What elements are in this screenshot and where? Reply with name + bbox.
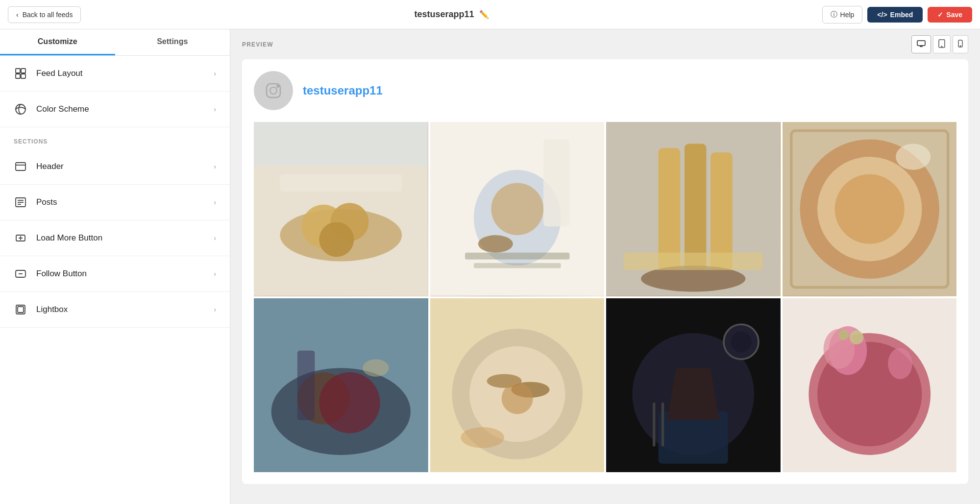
chevron-icon: › bbox=[214, 70, 216, 77]
profile-name: testuserapp11 bbox=[303, 84, 383, 97]
svg-rect-3 bbox=[21, 74, 25, 78]
svg-point-26 bbox=[270, 87, 277, 94]
chevron-icon: › bbox=[214, 234, 216, 242]
sidebar-item-load-more[interactable]: Load More Button › bbox=[0, 220, 230, 256]
save-label: Save bbox=[946, 11, 962, 19]
back-button[interactable]: ‹ Back to all feeds bbox=[8, 6, 81, 23]
preview-area: PREVIEW bbox=[230, 29, 980, 504]
feed-container: testuserapp11 bbox=[242, 59, 968, 484]
photo-cell-4[interactable] bbox=[783, 122, 957, 296]
svg-point-52 bbox=[896, 144, 931, 169]
svg-point-4 bbox=[16, 104, 25, 114]
tablet-icon bbox=[938, 39, 945, 48]
svg-rect-5 bbox=[16, 163, 25, 170]
svg-point-39 bbox=[478, 235, 513, 253]
tab-customize[interactable]: Customize bbox=[0, 29, 115, 55]
main-layout: Customize Settings F bbox=[0, 29, 980, 504]
svg-point-24 bbox=[960, 46, 960, 46]
photo-cell-6[interactable] bbox=[430, 298, 605, 473]
sidebar-item-follow-button[interactable]: Follow Button › bbox=[0, 256, 230, 292]
help-icon: ⓘ bbox=[831, 10, 837, 19]
profile-avatar bbox=[254, 71, 293, 110]
svg-rect-40 bbox=[465, 253, 569, 260]
follow-button-label: Follow Button bbox=[36, 269, 87, 279]
photo-grid bbox=[254, 122, 956, 472]
svg-point-32 bbox=[319, 222, 354, 257]
profile-header: testuserapp11 bbox=[254, 71, 956, 110]
embed-button[interactable]: </> Embed bbox=[867, 7, 923, 23]
svg-point-51 bbox=[834, 174, 904, 244]
tab-bar: Customize Settings bbox=[0, 29, 230, 56]
sidebar-item-color-scheme[interactable]: Color Scheme › bbox=[0, 92, 230, 127]
svg-rect-43 bbox=[659, 148, 680, 270]
svg-point-66 bbox=[461, 427, 504, 448]
photo-cell-5[interactable] bbox=[254, 298, 428, 473]
code-icon: </> bbox=[877, 11, 887, 19]
photo-cell-7[interactable] bbox=[606, 298, 781, 473]
svg-rect-17 bbox=[18, 307, 24, 312]
save-button[interactable]: ✓ Save bbox=[928, 7, 972, 23]
chevron-icon: › bbox=[214, 270, 216, 278]
photo-cell-8[interactable] bbox=[783, 298, 957, 473]
help-button[interactable]: ⓘ Help bbox=[822, 6, 863, 24]
svg-rect-37 bbox=[543, 140, 569, 227]
svg-rect-0 bbox=[16, 69, 20, 73]
posts-label: Posts bbox=[36, 197, 57, 207]
sidebar-item-feed-layout[interactable]: Feed Layout › bbox=[0, 56, 230, 92]
svg-point-27 bbox=[277, 85, 279, 87]
svg-point-22 bbox=[941, 46, 942, 47]
tab-settings[interactable]: Settings bbox=[115, 29, 230, 55]
svg-point-74 bbox=[731, 331, 752, 352]
lightbox-icon bbox=[14, 303, 27, 316]
svg-rect-47 bbox=[624, 253, 763, 270]
sidebar-item-posts[interactable]: Posts › bbox=[0, 185, 230, 220]
photo-cell-3[interactable] bbox=[606, 122, 781, 296]
load-more-label: Load More Button bbox=[36, 233, 102, 243]
svg-rect-33 bbox=[280, 174, 402, 192]
svg-rect-34 bbox=[254, 122, 428, 166]
svg-rect-1 bbox=[21, 69, 25, 73]
sections-label: SECTIONS bbox=[0, 127, 230, 149]
feed-layout-label: Feed Layout bbox=[36, 69, 83, 78]
topbar-right: ⓘ Help </> Embed ✓ Save bbox=[822, 6, 972, 24]
sidebar-top-section: Feed Layout › Color Scheme › bbox=[0, 56, 230, 127]
svg-point-38 bbox=[491, 183, 543, 235]
follow-button-icon bbox=[14, 267, 27, 281]
feed-title: testuserapp11 bbox=[414, 9, 474, 20]
back-label: Back to all feeds bbox=[23, 11, 73, 19]
svg-rect-44 bbox=[685, 144, 706, 270]
svg-point-80 bbox=[849, 330, 863, 344]
sidebar: Customize Settings F bbox=[0, 29, 230, 504]
edit-icon[interactable]: ✏️ bbox=[479, 10, 489, 19]
svg-point-81 bbox=[838, 329, 848, 339]
device-tablet-button[interactable] bbox=[933, 35, 951, 53]
preview-header: PREVIEW bbox=[230, 29, 980, 59]
sidebar-sections: Header › Posts › bbox=[0, 149, 230, 328]
photo-cell-2[interactable] bbox=[430, 122, 605, 296]
svg-point-57 bbox=[319, 372, 380, 433]
chevron-icon: › bbox=[214, 105, 216, 113]
svg-point-82 bbox=[888, 348, 912, 379]
photo-cell-1[interactable] bbox=[254, 122, 428, 296]
posts-icon bbox=[14, 195, 27, 209]
desktop-icon bbox=[917, 40, 926, 47]
chevron-icon: › bbox=[214, 163, 216, 170]
svg-point-58 bbox=[363, 359, 389, 377]
topbar: ‹ Back to all feeds testuserapp11 ✏️ ⓘ H… bbox=[0, 0, 980, 29]
svg-rect-18 bbox=[917, 41, 925, 46]
device-desktop-button[interactable] bbox=[911, 35, 931, 53]
load-more-icon bbox=[14, 231, 27, 245]
sidebar-item-header[interactable]: Header › bbox=[0, 149, 230, 185]
svg-rect-59 bbox=[297, 350, 315, 420]
device-mobile-button[interactable] bbox=[953, 35, 968, 53]
lightbox-label: Lightbox bbox=[36, 305, 68, 314]
svg-rect-45 bbox=[710, 152, 732, 270]
sidebar-item-lightbox[interactable]: Lightbox › bbox=[0, 292, 230, 328]
check-icon: ✓ bbox=[937, 11, 943, 19]
chevron-icon: › bbox=[214, 306, 216, 313]
embed-label: Embed bbox=[890, 11, 913, 19]
preview-content: testuserapp11 bbox=[230, 59, 980, 496]
device-icons bbox=[911, 35, 968, 53]
back-arrow-icon: ‹ bbox=[16, 11, 19, 19]
instagram-avatar-icon bbox=[264, 81, 283, 100]
